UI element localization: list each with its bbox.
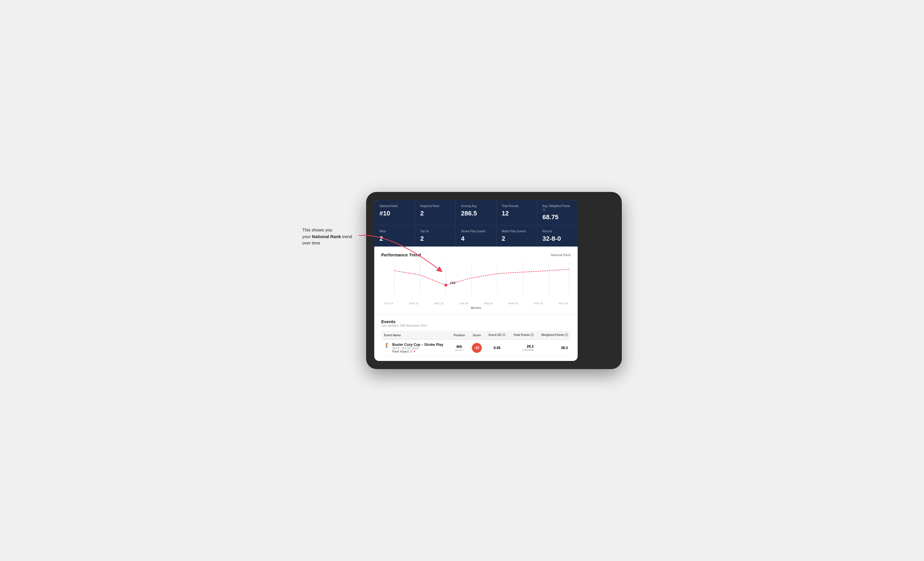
stat-record-value: 32-8-0 [543,235,572,242]
stats-header: National Rank #10 Regional Rank 2 Scorin… [374,200,578,247]
x-label-mar24: MAR 24 [508,302,518,305]
tablet-frame: National Rank #10 Regional Rank 2 Scorin… [366,192,622,369]
stat-regional-rank-value: 2 [420,209,450,217]
x-label-feb24: FEB 24 [484,302,492,305]
x-label-nov23: NOV 23 [409,302,418,305]
stat-regional-rank: Regional Rank 2 [415,200,456,225]
stat-record: Record 32-8-0 [537,225,578,247]
stat-scoring-avg-label: Scoring Avg. [461,204,491,208]
stat-avg-weighted-label: Avg. Weighted Points ⓘ [543,204,572,212]
stats-row-1: National Rank #10 Regional Rank 2 Scorin… [374,200,578,225]
performance-section: Performance Trend National Rank [374,247,578,314]
stat-stroke-play-events: Stroke Play Events 4 [456,225,496,247]
performance-chart: #10 [381,262,571,300]
total-points-cell: 28.3 3 Rounds [509,340,536,356]
stat-wins-label: Wins [380,229,410,233]
stat-match-play-value: 2 [502,235,532,242]
stat-regional-rank-label: Regional Rank [420,204,450,208]
stat-stroke-play-value: 4 [461,235,491,242]
tooltip-line1: This shows you [302,227,332,232]
x-label-jan24: JAN 24 [459,302,468,305]
rank-down-icon: ▼ [413,350,416,353]
col-weighted-points: Weighted Points ⓘ [536,331,571,340]
stat-national-rank-value: #10 [380,209,410,217]
svg-point-9 [444,284,447,287]
event-name: Buster Cozy Cup – Stroke Play [392,343,443,347]
x-label-dec23: DEC 23 [434,302,444,305]
events-last-updated: Last updated: 24th November 2023 [381,324,571,327]
event-sg-cell: 0.45 [485,340,509,356]
events-section: Events Last updated: 24th November 2023 … [374,314,578,361]
rank-impact-text: Rank Impact: 3 [392,350,412,353]
table-row: 🏌 Buster Cozy Cup – Stroke Play Oct 9 - … [381,340,571,356]
tooltip-annotation: This shows you your National Rank trend … [302,227,360,247]
performance-title: Performance Trend [381,252,421,257]
stat-match-play-events: Match Play Events 2 [496,225,537,247]
x-label-oct23: OCT 23 [384,302,393,305]
total-points-value: 28.3 [512,344,534,349]
x-label-apr24: APR 24 [534,302,543,305]
col-score: Score [468,331,485,340]
performance-subtitle: National Rank [550,253,571,257]
stat-scoring-avg-value: 286.5 [461,209,491,217]
col-event-name: Event Name [381,331,450,340]
col-event-sg: Event SG ⓘ [485,331,509,340]
stat-national-rank: National Rank #10 [374,200,415,225]
stat-stroke-play-label: Stroke Play Events [461,229,491,233]
position-value: 6th [453,344,465,349]
golf-icon: 🏌 [384,343,390,348]
event-cell: 🏌 Buster Cozy Cup – Stroke Play Oct 9 - … [381,340,450,356]
stat-record-label: Record [543,229,572,233]
chart-x-axis-title: Months [381,306,571,310]
stat-avg-weighted-value: 68.75 [543,214,572,221]
stat-top3s-value: 2 [420,235,450,242]
stat-total-rounds-value: 12 [502,209,532,217]
tooltip-line2: your [302,234,312,239]
stat-top3s: Top 3s 2 [415,225,456,247]
col-position: Position [450,331,468,340]
page-wrapper: This shows you your National Rank trend … [302,192,622,369]
stat-top3s-label: Top 3s [420,229,450,233]
position-sub: out of 7 [453,349,465,352]
total-points-sub: 3 Rounds [512,349,534,352]
stat-wins: Wins 2 [374,225,415,247]
performance-header: Performance Trend National Rank [381,252,571,257]
event-rank-impact: Rank Impact: 3 ▼ [392,350,443,353]
events-table-header: Event Name Position Score Event SG ⓘ Tot… [381,331,571,340]
stat-wins-value: 2 [380,235,410,242]
stat-national-rank-label: National Rank [380,204,410,208]
events-header-row: Event Name Position Score Event SG ⓘ Tot… [381,331,571,340]
stat-avg-weighted-points: Avg. Weighted Points ⓘ 68.75 [537,200,578,225]
chart-x-labels: OCT 23 NOV 23 DEC 23 JAN 24 FEB 24 MAR 2… [381,302,571,305]
stat-match-play-label: Match Play Events [502,229,532,233]
svg-text:#10: #10 [450,281,455,284]
score-cell: -22 [468,340,485,356]
chart-svg: #10 [381,262,571,300]
position-cell: 6th out of 7 [450,340,468,356]
x-label-may24: MAY 24 [559,302,568,305]
tablet-screen: National Rank #10 Regional Rank 2 Scorin… [374,200,578,361]
tooltip-bold: National Rank [312,234,341,239]
score-badge: -22 [472,343,482,353]
stats-row-2: Wins 2 Top 3s 2 Stroke Play Events 4 Mat… [374,225,578,247]
stat-total-rounds-label: Total Rounds [502,204,532,208]
events-table: Event Name Position Score Event SG ⓘ Tot… [381,331,571,356]
stat-total-rounds: Total Rounds 12 [496,200,537,225]
weighted-points-cell: 28.3 [536,340,571,356]
col-total-points: Total Points ⓘ [509,331,536,340]
events-table-body: 🏌 Buster Cozy Cup – Stroke Play Oct 9 - … [381,340,571,356]
event-date: Oct 9 - Oct 10, 2023 [392,347,443,350]
stat-scoring-avg: Scoring Avg. 286.5 [456,200,496,225]
events-title: Events [381,319,571,324]
